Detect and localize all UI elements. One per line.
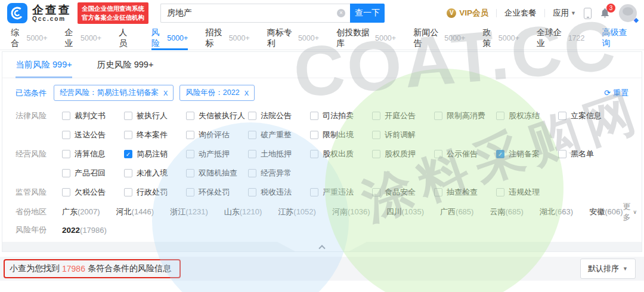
checkbox-icon[interactable] bbox=[124, 169, 132, 177]
filter-checkbox[interactable]: 询价评估 bbox=[186, 130, 248, 140]
checkbox-icon[interactable] bbox=[372, 188, 380, 196]
filter-checkbox[interactable]: 双随机抽查 bbox=[186, 168, 248, 179]
checkbox-checked-icon[interactable]: ✓ bbox=[496, 150, 504, 158]
filter-checkbox[interactable]: 未准入境 bbox=[124, 168, 186, 179]
checkbox-icon[interactable] bbox=[558, 112, 566, 120]
filter-checkbox[interactable]: 土地抵押 bbox=[248, 149, 310, 159]
filter-checkbox[interactable]: 送达公告 bbox=[62, 130, 124, 140]
mobile-app-icon[interactable] bbox=[584, 8, 592, 19]
filter-checkbox[interactable]: 环保处罚 bbox=[186, 187, 248, 198]
filter-checkbox[interactable]: 清算信息 bbox=[62, 149, 124, 159]
nav-tab[interactable]: 商标专利5000+ bbox=[267, 26, 319, 50]
province-filter[interactable]: 湖北(663) bbox=[540, 207, 573, 217]
filter-checkbox[interactable]: 公示催告 bbox=[434, 149, 496, 159]
nav-tab[interactable]: 风险5000+ bbox=[151, 26, 188, 50]
checkbox-icon[interactable] bbox=[186, 169, 194, 177]
checkbox-icon[interactable] bbox=[248, 169, 256, 177]
checkbox-icon[interactable] bbox=[124, 188, 132, 196]
tag-close-icon[interactable]: X bbox=[244, 90, 249, 97]
checkbox-icon[interactable] bbox=[124, 131, 132, 139]
province-filter[interactable]: 安徽(606) bbox=[589, 207, 623, 217]
checkbox-icon[interactable] bbox=[62, 112, 70, 120]
apps-menu[interactable]: 应用 ▼ bbox=[553, 8, 576, 19]
filter-checkbox[interactable]: 抽查检查 bbox=[434, 187, 496, 198]
filter-checkbox[interactable]: 黑名单 bbox=[558, 149, 620, 159]
filter-checkbox[interactable]: 限制高消费 bbox=[434, 110, 496, 121]
collapse-filters-button[interactable] bbox=[277, 242, 367, 251]
filter-checkbox[interactable]: 股权冻结 bbox=[496, 110, 558, 121]
enterprise-package-link[interactable]: 企业套餐 bbox=[504, 8, 537, 19]
checkbox-icon[interactable] bbox=[434, 112, 442, 120]
province-filter[interactable]: 云南(685) bbox=[490, 207, 523, 217]
checkbox-icon[interactable] bbox=[186, 131, 194, 139]
checkbox-icon[interactable] bbox=[496, 112, 504, 120]
checkbox-icon[interactable] bbox=[62, 150, 70, 158]
checkbox-icon[interactable] bbox=[434, 188, 442, 196]
filter-checkbox[interactable]: 立案信息 bbox=[558, 110, 620, 121]
notification-bell[interactable]: 3 bbox=[599, 7, 611, 19]
checkbox-icon[interactable] bbox=[558, 150, 566, 158]
checkbox-icon[interactable] bbox=[62, 131, 70, 139]
checkbox-icon[interactable] bbox=[248, 112, 256, 120]
tab-history-risk[interactable]: 历史风险 999+ bbox=[97, 52, 154, 78]
filter-checkbox[interactable]: 严重违法 bbox=[310, 187, 372, 198]
avatar[interactable]: ◆ bbox=[619, 4, 637, 22]
nav-tab[interactable]: 招投标5000+ bbox=[205, 26, 249, 50]
reset-button[interactable]: ⟳ 重置 bbox=[604, 88, 628, 99]
checkbox-icon[interactable] bbox=[496, 188, 504, 196]
checkbox-icon[interactable] bbox=[62, 188, 70, 196]
checkbox-icon[interactable] bbox=[186, 188, 194, 196]
vip-member-link[interactable]: V VIP会员 bbox=[447, 8, 488, 19]
selected-filter-tag[interactable]: 经营风险：简易注销,注销备案X bbox=[54, 85, 174, 101]
more-provinces-link[interactable]: 更多 ∨ bbox=[623, 201, 637, 223]
nav-tab[interactable]: 全球企业1722 bbox=[537, 26, 585, 50]
checkbox-icon[interactable] bbox=[186, 150, 194, 158]
filter-checkbox[interactable]: 裁判文书 bbox=[62, 110, 124, 121]
filter-checkbox[interactable]: 司法拍卖 bbox=[310, 110, 372, 121]
clear-search-icon[interactable]: × bbox=[337, 9, 345, 17]
search-input[interactable] bbox=[160, 4, 350, 23]
nav-tab[interactable]: 企业5000+ bbox=[65, 26, 102, 50]
advanced-search-link[interactable]: 高级查询 bbox=[602, 27, 633, 49]
checkbox-icon[interactable] bbox=[248, 131, 256, 139]
checkbox-icon[interactable] bbox=[310, 112, 318, 120]
checkbox-icon[interactable] bbox=[372, 112, 380, 120]
selected-filter-tag[interactable]: 风险年份：2022X bbox=[179, 85, 255, 101]
nav-tab[interactable]: 新闻公告5000+ bbox=[413, 26, 465, 50]
filter-checkbox[interactable]: 违规处理 bbox=[496, 187, 558, 198]
province-filter[interactable]: 山东(1210) bbox=[224, 207, 262, 217]
filter-checkbox[interactable]: 终本案件 bbox=[124, 130, 186, 140]
year-filter-value[interactable]: 2022 bbox=[62, 226, 80, 235]
province-filter[interactable]: 河北(1446) bbox=[116, 207, 154, 217]
province-filter[interactable]: 广西(685) bbox=[440, 207, 473, 217]
filter-checkbox[interactable]: 税收违法 bbox=[248, 187, 310, 198]
tab-current-risk[interactable]: 当前风险 999+ bbox=[16, 52, 72, 78]
checkbox-icon[interactable] bbox=[372, 131, 380, 139]
qcc-logo[interactable]: 企查查 Qcc.com bbox=[7, 3, 72, 23]
nav-tab[interactable]: 综合5000+ bbox=[11, 26, 48, 50]
checkbox-icon[interactable] bbox=[62, 169, 70, 177]
checkbox-icon[interactable] bbox=[434, 150, 442, 158]
checkbox-icon[interactable] bbox=[124, 112, 132, 120]
filter-checkbox[interactable]: 诉前调解 bbox=[372, 130, 434, 140]
province-filter[interactable]: 广东(2007) bbox=[62, 207, 100, 217]
filter-checkbox[interactable]: 产品召回 bbox=[62, 168, 124, 179]
filter-checkbox[interactable]: 经营异常 bbox=[248, 168, 310, 179]
checkbox-icon[interactable] bbox=[372, 150, 380, 158]
filter-checkbox[interactable]: 股权质押 bbox=[372, 149, 434, 159]
checkbox-icon[interactable] bbox=[310, 150, 318, 158]
checkbox-checked-icon[interactable]: ✓ bbox=[124, 150, 132, 158]
tag-close-icon[interactable]: X bbox=[163, 90, 168, 97]
filter-checkbox[interactable]: 行政处罚 bbox=[124, 187, 186, 198]
filter-checkbox[interactable]: 破产重整 bbox=[248, 130, 310, 140]
filter-checkbox[interactable]: 失信被执行人 bbox=[186, 110, 248, 121]
sort-dropdown-button[interactable]: 默认排序 ▼ bbox=[580, 259, 636, 279]
search-button[interactable]: 查一下 bbox=[350, 4, 385, 23]
nav-tab[interactable]: 人员 bbox=[119, 26, 134, 50]
checkbox-icon[interactable] bbox=[248, 188, 256, 196]
filter-checkbox[interactable]: 食品安全 bbox=[372, 187, 434, 198]
nav-tab[interactable]: 政策5000+ bbox=[482, 26, 519, 50]
nav-tab[interactable]: 创投数据库5000+ bbox=[336, 26, 396, 50]
province-filter[interactable]: 四川(1035) bbox=[386, 207, 424, 217]
filter-checkbox[interactable]: ✓注销备案 bbox=[496, 149, 558, 159]
